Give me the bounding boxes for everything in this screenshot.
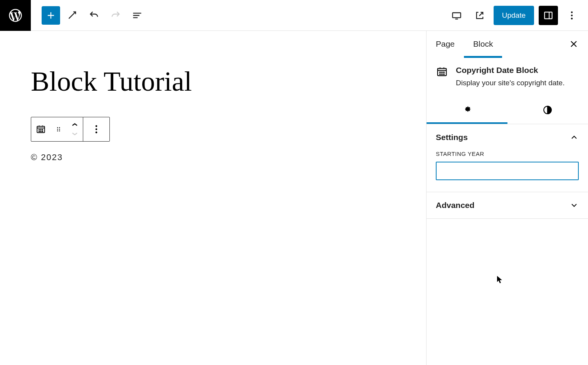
svg-rect-0 bbox=[452, 13, 460, 18]
block-options-button[interactable] bbox=[83, 117, 109, 141]
svg-point-3 bbox=[571, 14, 573, 16]
svg-point-12 bbox=[57, 127, 58, 128]
block-description: Display your site's copyright date. bbox=[456, 78, 579, 88]
svg-point-9 bbox=[39, 131, 40, 132]
svg-point-11 bbox=[42, 131, 43, 132]
settings-sidebar: Page Block Copyright Date Block Display … bbox=[426, 31, 588, 365]
redo-button[interactable] bbox=[106, 6, 125, 25]
starting-year-input[interactable] bbox=[436, 162, 579, 180]
undo-button[interactable] bbox=[85, 6, 103, 25]
tab-page[interactable]: Page bbox=[427, 31, 464, 57]
inspector-tab-settings[interactable] bbox=[427, 96, 507, 124]
svg-point-26 bbox=[442, 74, 442, 74]
block-title: Copyright Date Block bbox=[456, 66, 579, 75]
main-area: Block Tutorial bbox=[0, 31, 588, 365]
sidebar-tabs: Page Block bbox=[427, 31, 588, 57]
svg-point-27 bbox=[444, 74, 444, 74]
settings-panel-header[interactable]: Settings bbox=[427, 124, 588, 150]
block-info-header: Copyright Date Block Display your site's… bbox=[427, 57, 588, 96]
move-up-button[interactable] bbox=[67, 120, 83, 129]
page-title[interactable]: Block Tutorial bbox=[31, 66, 395, 98]
contrast-icon bbox=[543, 105, 553, 115]
inspector-tabs bbox=[427, 96, 588, 124]
document-overview-button[interactable] bbox=[128, 6, 146, 25]
svg-point-20 bbox=[96, 132, 97, 133]
block-type-icon[interactable] bbox=[31, 117, 50, 141]
update-button[interactable]: Update bbox=[494, 6, 534, 25]
toolbar-right-group: Update bbox=[447, 6, 588, 25]
advanced-panel-title: Advanced bbox=[436, 201, 474, 210]
settings-sidebar-toggle[interactable] bbox=[539, 6, 558, 25]
svg-point-22 bbox=[440, 72, 440, 73]
svg-point-13 bbox=[59, 127, 60, 128]
starting-year-label: STARTING YEAR bbox=[436, 150, 579, 157]
svg-rect-1 bbox=[544, 12, 552, 19]
settings-panel-body: STARTING YEAR bbox=[427, 150, 588, 192]
wordpress-logo[interactable] bbox=[0, 0, 31, 31]
svg-point-24 bbox=[444, 72, 444, 73]
view-desktop-button[interactable] bbox=[447, 6, 466, 25]
advanced-panel-header[interactable]: Advanced bbox=[427, 192, 588, 218]
update-button-label: Update bbox=[502, 11, 526, 20]
add-block-button[interactable] bbox=[42, 6, 60, 25]
copyright-block-content[interactable]: © 2023 bbox=[31, 152, 395, 162]
svg-point-2 bbox=[571, 11, 573, 13]
svg-point-4 bbox=[571, 17, 573, 19]
svg-point-15 bbox=[59, 129, 60, 130]
close-sidebar-button[interactable] bbox=[564, 34, 583, 54]
editor-canvas[interactable]: Block Tutorial bbox=[0, 31, 426, 365]
options-menu-button[interactable] bbox=[563, 6, 581, 25]
chevron-up-icon bbox=[570, 133, 579, 142]
svg-point-18 bbox=[96, 125, 97, 127]
svg-point-14 bbox=[57, 129, 58, 130]
toolbar-left-group bbox=[31, 6, 146, 25]
move-down-button[interactable] bbox=[67, 129, 83, 139]
svg-point-25 bbox=[440, 74, 440, 74]
svg-point-8 bbox=[42, 129, 43, 130]
block-toolbar bbox=[31, 117, 110, 142]
settings-panel-title: Settings bbox=[436, 133, 468, 142]
tab-block[interactable]: Block bbox=[464, 32, 502, 58]
drag-handle-icon[interactable] bbox=[50, 117, 67, 141]
svg-point-19 bbox=[96, 128, 97, 130]
svg-point-10 bbox=[40, 131, 41, 132]
block-type-icon bbox=[436, 66, 448, 78]
block-info-text: Copyright Date Block Display your site's… bbox=[456, 66, 579, 88]
svg-point-16 bbox=[57, 130, 58, 132]
advanced-panel: Advanced bbox=[427, 192, 588, 219]
chevron-down-icon bbox=[570, 201, 579, 210]
settings-panel: Settings STARTING YEAR bbox=[427, 124, 588, 192]
inspector-tab-styles[interactable] bbox=[507, 96, 588, 124]
cursor-icon bbox=[497, 276, 503, 284]
top-toolbar: Update bbox=[0, 0, 588, 31]
svg-point-17 bbox=[59, 130, 60, 132]
tools-button[interactable] bbox=[63, 6, 82, 25]
svg-point-23 bbox=[442, 72, 442, 73]
preview-button[interactable] bbox=[470, 6, 489, 25]
block-movers bbox=[67, 117, 83, 141]
gear-icon bbox=[462, 104, 472, 114]
svg-point-7 bbox=[40, 129, 41, 130]
svg-point-6 bbox=[39, 129, 40, 130]
